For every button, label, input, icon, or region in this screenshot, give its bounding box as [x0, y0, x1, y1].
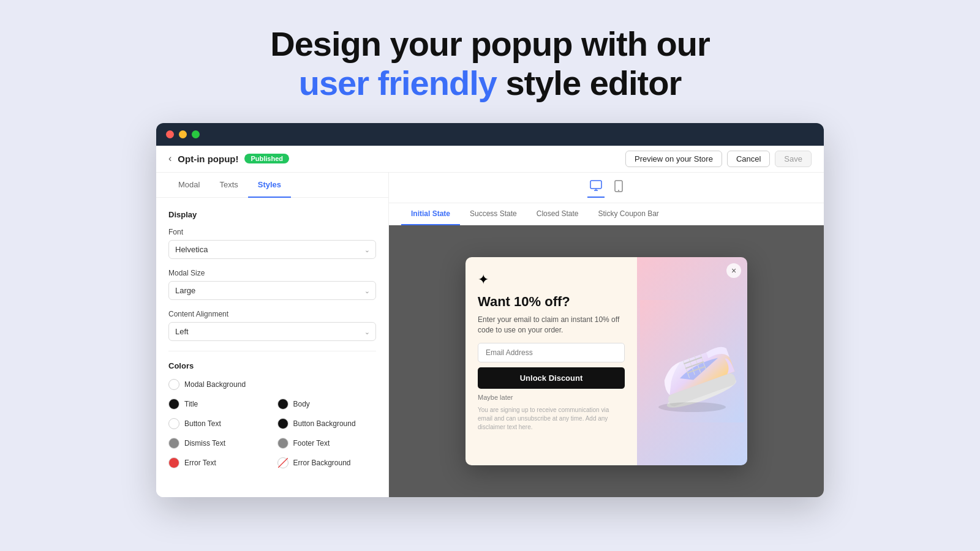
browser-window: ‹ Opt-in popup! Published Preview on you…: [156, 123, 824, 497]
footer-text-label: Footer Text: [293, 439, 330, 448]
footer-text-swatch[interactable]: [277, 438, 288, 449]
popup-heading: Want 10% off?: [478, 294, 625, 310]
headline-rest: style editor: [497, 64, 681, 102]
error-text-color-item: Error Text: [168, 457, 268, 468]
modal-size-select[interactable]: Small Medium Large: [168, 281, 376, 300]
page-headline: Design your popup with our user friendly…: [270, 24, 710, 103]
button-bg-color-item: Button Background: [277, 418, 377, 429]
state-tab-initial[interactable]: Initial State: [401, 203, 460, 225]
title-color-label: Title: [184, 400, 198, 408]
content-alignment-label: Content Alignment: [168, 310, 376, 318]
popup-description: Enter your email to claim an instant 10%…: [478, 315, 625, 335]
popup-right-image: [637, 257, 747, 465]
error-bg-swatch[interactable]: [277, 457, 288, 468]
body-color-swatch[interactable]: [277, 399, 288, 410]
font-select-wrapper: Helvetica Arial Georgia Verdana: [168, 240, 376, 259]
published-badge: Published: [244, 154, 289, 163]
headline-line1: Design your popup with our: [270, 24, 710, 63]
button-bg-label: Button Background: [293, 419, 356, 428]
svg-rect-1: [590, 181, 601, 189]
popup-title: Opt-in popup!: [178, 154, 238, 164]
popup-cta-button[interactable]: Unlock Discount: [478, 367, 625, 389]
tab-modal[interactable]: Modal: [168, 173, 209, 198]
preview-button[interactable]: Preview on your Store: [625, 151, 722, 167]
svg-line-0: [278, 458, 288, 468]
popup-maybe-later[interactable]: Maybe later: [478, 394, 625, 401]
state-tab-success[interactable]: Success State: [460, 203, 527, 225]
modal-bg-label: Modal Background: [184, 380, 246, 389]
title-color-swatch[interactable]: [168, 399, 179, 410]
popup-close-button[interactable]: ×: [726, 263, 741, 278]
body-color-label: Body: [293, 400, 310, 408]
svg-point-9: [658, 402, 726, 412]
tab-texts[interactable]: Texts: [209, 173, 247, 198]
headline-blue: user friendly: [299, 64, 497, 102]
preview-area: × ✦ Want 10% off? Enter your email to cl…: [389, 225, 824, 497]
cancel-button[interactable]: Cancel: [727, 151, 770, 167]
divider: [168, 351, 376, 351]
popup-left-content: ✦ Want 10% off? Enter your email to clai…: [466, 257, 637, 465]
right-panel-header: Initial State Success State Closed State…: [389, 173, 824, 225]
footer-text-color-item: Footer Text: [277, 438, 377, 449]
popup-disclaimer: You are signing up to receive communicat…: [478, 406, 625, 432]
state-tabs: Initial State Success State Closed State…: [389, 203, 824, 225]
state-tab-sticky[interactable]: Sticky Coupon Bar: [588, 203, 668, 225]
back-button[interactable]: ‹: [168, 153, 172, 164]
button-text-swatch[interactable]: [168, 418, 179, 429]
modal-size-select-wrapper: Small Medium Large: [168, 281, 376, 300]
colors-section-title: Colors: [168, 361, 376, 370]
font-label: Font: [168, 228, 376, 236]
modal-bg-color-item: Modal Background: [168, 379, 376, 390]
dismiss-text-color-item: Dismiss Text: [168, 438, 268, 449]
svg-point-5: [618, 190, 619, 191]
main-layout: Modal Texts Styles Display Font Helvetic…: [156, 173, 824, 497]
right-panel: Initial State Success State Closed State…: [389, 173, 824, 497]
left-tabs-nav: Modal Texts Styles: [156, 173, 388, 198]
content-alignment-select[interactable]: Left Center Right: [168, 322, 376, 341]
dot-red[interactable]: [166, 130, 174, 138]
app-content: ‹ Opt-in popup! Published Preview on you…: [156, 146, 824, 497]
title-color-item: Title: [168, 399, 268, 410]
mobile-icon[interactable]: [612, 178, 625, 198]
modal-size-field-group: Modal Size Small Medium Large: [168, 269, 376, 300]
body-color-item: Body: [277, 399, 377, 410]
button-text-color-item: Button Text: [168, 418, 268, 429]
panel-body: Display Font Helvetica Arial Georgia Ver…: [156, 198, 388, 489]
top-bar-right: Preview on your Store Cancel Save: [625, 151, 812, 167]
modal-bg-swatch[interactable]: [168, 379, 179, 390]
error-text-swatch[interactable]: [168, 457, 179, 468]
display-section-title: Display: [168, 210, 376, 219]
content-alignment-select-wrapper: Left Center Right: [168, 322, 376, 341]
error-bg-color-item: Error Background: [277, 457, 377, 468]
save-button[interactable]: Save: [775, 151, 812, 167]
error-text-label: Error Text: [184, 459, 216, 467]
desktop-icon[interactable]: [587, 178, 605, 198]
top-bar-left: ‹ Opt-in popup! Published: [168, 153, 289, 164]
button-bg-swatch[interactable]: [277, 418, 288, 429]
dot-yellow[interactable]: [179, 130, 187, 138]
state-tab-closed[interactable]: Closed State: [527, 203, 589, 225]
top-bar: ‹ Opt-in popup! Published Preview on you…: [156, 146, 824, 173]
sneaker-illustration: [640, 300, 744, 422]
browser-titlebar: [156, 123, 824, 146]
dot-green[interactable]: [192, 130, 200, 138]
device-icons: [389, 173, 824, 203]
popup-star-icon: ✦: [478, 272, 625, 288]
error-bg-label: Error Background: [293, 459, 351, 467]
popup-modal: × ✦ Want 10% off? Enter your email to cl…: [466, 257, 747, 465]
tab-styles[interactable]: Styles: [248, 173, 291, 198]
dismiss-text-label: Dismiss Text: [184, 439, 225, 448]
font-select[interactable]: Helvetica Arial Georgia Verdana: [168, 240, 376, 259]
font-field-group: Font Helvetica Arial Georgia Verdana: [168, 228, 376, 259]
dismiss-text-swatch[interactable]: [168, 438, 179, 449]
left-panel: Modal Texts Styles Display Font Helvetic…: [156, 173, 389, 497]
content-alignment-field-group: Content Alignment Left Center Right: [168, 310, 376, 341]
popup-email-input[interactable]: [478, 343, 625, 362]
modal-size-label: Modal Size: [168, 269, 376, 277]
colors-grid: Title Body Button Text: [168, 399, 376, 477]
button-text-label: Button Text: [184, 419, 221, 428]
